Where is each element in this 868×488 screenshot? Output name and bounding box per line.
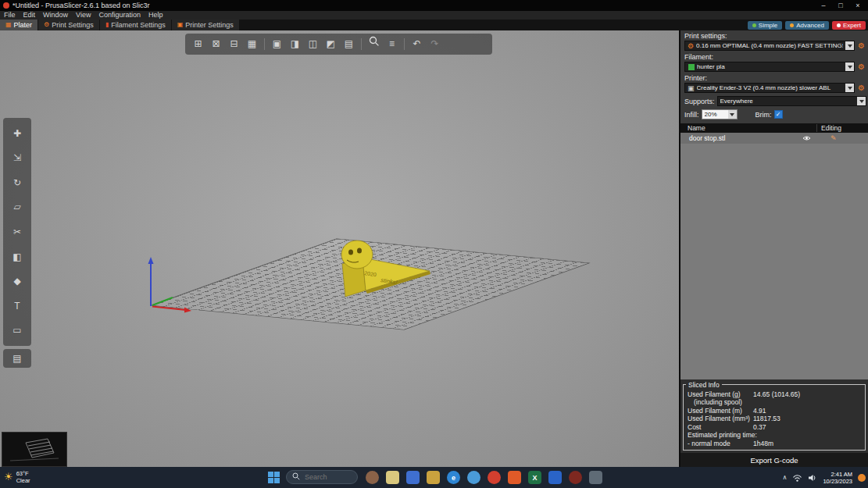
weather-widget[interactable]: ☀ 63°F Clear [4, 469, 30, 485]
eye-icon[interactable] [796, 135, 816, 141]
app-icon-10[interactable] [548, 471, 562, 484]
redo-icon[interactable]: ↷ [429, 34, 441, 54]
chevron-down-icon[interactable] [845, 41, 854, 50]
menu-view[interactable]: View [72, 11, 95, 20]
seam-painting-icon[interactable]: ◆ [13, 276, 20, 287]
chevron-down-icon[interactable] [857, 97, 866, 105]
mode-simple-button[interactable]: Simple [748, 21, 782, 30]
chevron-down-icon[interactable] [845, 84, 854, 92]
3d-viewport[interactable]: 2020 stinks! ⊞ ⊠ ⊟ ▦ ▣ ◨ ◫ ◩ ▤ ≡ [0, 30, 679, 467]
text-emboss-icon[interactable]: T [14, 301, 20, 312]
sliced-info-row: (including spool) [686, 398, 863, 407]
minimize-button[interactable]: – [815, 0, 832, 11]
tab-print-settings[interactable]: ⚙ Print Settings [38, 20, 99, 30]
sliced-info-row: Used Filament (mm³) 11817.53 [686, 415, 863, 423]
print-settings-icon: ⚙ [44, 20, 49, 30]
variable-layer-height-icon[interactable]: ▤ [343, 34, 355, 54]
printer-select[interactable]: ▣ Creality Ender-3 V2 (0.4 mm nozzle) sl… [684, 83, 855, 93]
close-button[interactable]: × [849, 0, 866, 11]
print-settings-gear-button[interactable]: ⚙ [856, 41, 866, 51]
simple-mode-icon [752, 23, 756, 27]
taskbar-search[interactable] [286, 470, 358, 484]
print-sequence-icon[interactable]: ≡ [386, 34, 398, 54]
menu-window[interactable]: Window [39, 11, 72, 20]
menu-help[interactable]: Help [145, 11, 167, 20]
printer-gear-button[interactable]: ⚙ [856, 83, 866, 93]
notification-icon[interactable] [858, 474, 866, 482]
start-button[interactable] [268, 472, 280, 483]
scale-icon[interactable]: ⇲ [13, 152, 21, 163]
delete-icon[interactable]: ⊠ [210, 34, 222, 54]
export-gcode-button[interactable]: Export G-code [680, 453, 868, 467]
layers-ruler-icon[interactable]: ▤ [3, 349, 31, 368]
filament-value: hunter pla [697, 63, 843, 70]
filament-gear-button[interactable]: ⚙ [856, 62, 866, 72]
mode-label: Simple [759, 22, 777, 29]
split-to-parts-icon[interactable]: ◩ [325, 34, 337, 54]
mode-advanced-button[interactable]: Advanced [785, 21, 829, 30]
sliced-info-row: Cost 0.37 [686, 423, 863, 432]
title-bar: *Untitled - PrusaSlicer-2.6.1 based on S… [0, 0, 868, 11]
search-icon[interactable] [368, 34, 380, 54]
filament-select[interactable]: hunter pla [684, 62, 855, 72]
place-on-face-icon[interactable]: ▱ [13, 201, 20, 212]
paint-supports-icon[interactable]: ◧ [13, 251, 21, 262]
supports-label: Supports: [684, 98, 715, 105]
maximize-button[interactable]: □ [832, 0, 849, 11]
toolbar-separator [264, 38, 265, 50]
add-icon[interactable]: ⊞ [192, 34, 204, 54]
menu-edit[interactable]: Edit [20, 11, 40, 20]
edge-icon[interactable]: e [447, 471, 460, 484]
infill-select[interactable]: 20% [702, 109, 738, 119]
paste-icon[interactable]: ◨ [289, 34, 301, 54]
app-icon-4[interactable] [427, 471, 440, 484]
advanced-mode-icon [790, 23, 794, 27]
cut-icon[interactable]: ✂ [13, 226, 21, 237]
mode-expert-button[interactable]: Expert [832, 21, 866, 30]
chevron-down-icon[interactable] [728, 110, 737, 119]
move-icon[interactable]: ✚ [13, 128, 21, 139]
rotate-icon[interactable]: ↻ [13, 177, 21, 188]
arrange-icon[interactable]: ▦ [246, 34, 258, 54]
tab-printer-settings[interactable]: ▣ Printer Settings [172, 20, 239, 30]
object-list-row[interactable]: door stop.stl ✎ [680, 133, 868, 144]
app-icon-7[interactable] [488, 471, 501, 484]
infill-value: 20% [705, 111, 726, 118]
copy-icon[interactable]: ▣ [271, 34, 283, 54]
split-to-objects-icon[interactable]: ◫ [307, 34, 319, 54]
print-settings-label: Print settings: [684, 32, 868, 40]
menu-file[interactable]: File [0, 11, 20, 20]
tab-label: Printer Settings [185, 21, 234, 29]
taskbar: ☀ 63°F Clear e X [0, 467, 868, 488]
si-value: 1h48m [753, 440, 863, 448]
brim-checkbox[interactable]: ✓ [774, 110, 783, 119]
menu-configuration[interactable]: Configuration [95, 11, 145, 20]
app-icon-11[interactable] [569, 471, 582, 484]
app-icon-1[interactable] [366, 471, 379, 484]
app-icon-6[interactable] [467, 471, 480, 484]
app-icon-12[interactable] [589, 471, 602, 484]
app-icon-8[interactable] [508, 471, 521, 484]
sliced-info-section: Sliced Info Used Filament (g) 14.65 (101… [680, 379, 868, 454]
file-explorer-icon[interactable] [386, 471, 399, 484]
volume-icon[interactable] [808, 471, 817, 485]
edit-object-icon[interactable]: ✎ [816, 134, 868, 142]
wifi-icon[interactable] [792, 471, 802, 485]
tab-plater[interactable]: ▦ Plater [0, 20, 38, 30]
si-value: 14.65 (1014.65) [753, 390, 863, 399]
undo-icon[interactable]: ↶ [411, 34, 423, 54]
filament-icon: ▮ [105, 20, 109, 30]
app-icon-3[interactable] [406, 471, 420, 484]
tab-filament-settings[interactable]: ▮ Filament Settings [100, 20, 171, 30]
hidden-icons-chevron[interactable]: ∧ [783, 474, 788, 481]
chevron-down-icon[interactable] [845, 62, 854, 71]
taskbar-clock[interactable]: 2:41 AM 10/23/2023 [823, 471, 852, 485]
supports-select[interactable]: Everywhere [717, 96, 866, 106]
print-settings-select[interactable]: ⚙ 0.16 mm OPTIMAL (0.4 mm nozzle) FAST S… [684, 41, 855, 51]
mode-label: Advanced [796, 22, 824, 29]
si-label: Cost [686, 423, 753, 432]
delete-all-icon[interactable]: ⊟ [228, 34, 240, 54]
search-input[interactable] [303, 472, 352, 482]
excel-icon[interactable]: X [528, 471, 541, 484]
measure-icon[interactable]: ▭ [13, 325, 21, 336]
